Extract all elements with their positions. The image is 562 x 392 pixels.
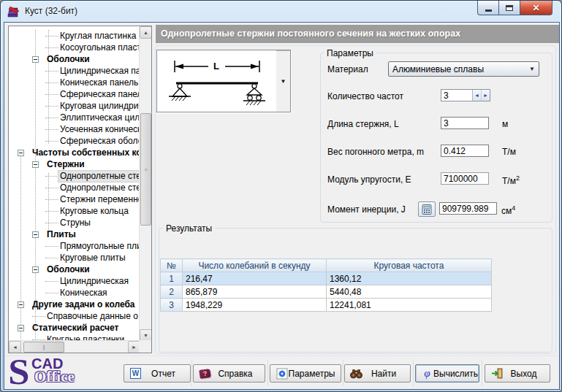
calculator-button[interactable]: [418, 201, 436, 217]
table-row[interactable]: 31948,22912241,081: [161, 299, 492, 312]
collapse-minus-icon[interactable]: [18, 301, 24, 308]
tree-item[interactable]: Стержни переменног: [9, 193, 139, 205]
tree-item[interactable]: Сферическая панель: [9, 88, 139, 100]
tree-item[interactable]: Усеченная коническа: [9, 123, 139, 135]
tree-item-label: Круговые кольца: [58, 206, 130, 217]
maximize-button[interactable]: [499, 1, 520, 15]
table-cell: 865,879: [183, 285, 327, 299]
tree-item[interactable]: Сферическая оболочк: [9, 135, 139, 147]
collapse-minus-icon[interactable]: [18, 150, 24, 156]
tree-item[interactable]: Цилиндрическая: [9, 275, 139, 287]
tree-item[interactable]: Круглая пластинка: [9, 30, 139, 42]
tree-connector: [45, 223, 58, 223]
tree-item[interactable]: Коническая: [9, 287, 139, 299]
table-column-header[interactable]: №: [161, 259, 183, 272]
tree-item[interactable]: Плиты: [9, 228, 139, 240]
find-button[interactable]: Найти: [344, 364, 411, 383]
table-row[interactable]: 2865,8795440,48: [161, 285, 492, 299]
page-title: Однопролетные стержни постоянного сечени…: [156, 25, 559, 43]
tree-item[interactable]: Стержни: [9, 158, 139, 170]
parameter-label: Длина стержня, L: [327, 119, 399, 129]
tree-item-label: Коническая панель: [58, 77, 139, 88]
tree-item-label: Прямоугольные плит: [58, 241, 139, 252]
collapse-minus-icon[interactable]: [32, 266, 39, 273]
collapse-minus-icon[interactable]: [18, 325, 24, 331]
tree-item[interactable]: Другие задачи о колеба: [9, 299, 139, 310]
tree-item[interactable]: Оболочки: [9, 264, 139, 275]
tree-connector: [45, 106, 58, 107]
scrollbar-thumb[interactable]: ≡: [140, 113, 151, 226]
parameter-input[interactable]: 0.412: [441, 145, 489, 157]
collapse-minus-icon[interactable]: [32, 56, 39, 63]
tree-item[interactable]: Коническая панель: [9, 77, 139, 88]
tree-item-label: Стержни: [45, 159, 86, 170]
binoculars-icon: [350, 368, 362, 380]
tree-item[interactable]: Круговые кольца: [9, 205, 139, 217]
app-icon: [7, 5, 20, 18]
tree-item[interactable]: Однопролетные стерж: [9, 182, 139, 193]
scrollbar-corner: [139, 340, 151, 353]
report-button[interactable]: WОтчет: [124, 364, 191, 383]
close-button[interactable]: ✕: [520, 1, 552, 15]
tree-item[interactable]: Однопролетные стерж: [9, 170, 139, 182]
parameter-input[interactable]: 3: [441, 117, 489, 129]
parameter-unit: см4: [501, 204, 515, 216]
phi-compute-icon: φ: [421, 368, 433, 380]
minimize-button[interactable]: [477, 1, 499, 15]
help-button[interactable]: ?Справка: [193, 364, 265, 383]
tree-item-label: Круговая цилиндриче: [58, 101, 139, 112]
spinner-increment-button[interactable]: ►: [481, 90, 490, 101]
tree-vertical-scrollbar[interactable]: ▲ ≡ ▼: [139, 26, 151, 342]
table-header-row[interactable]: №Число колебаний в секундуКруговая часто…: [161, 259, 492, 272]
tree-item[interactable]: Косоугольная пласти: [9, 42, 139, 53]
scrollbar-thumb[interactable]: ∥: [23, 342, 64, 353]
frequency-count-spinner[interactable]: 3◄►: [441, 89, 490, 101]
button-label: Найти: [362, 369, 405, 379]
tree-item[interactable]: Эллиптическая цилин: [9, 112, 139, 123]
settings-button[interactable]: Параметры: [270, 364, 341, 383]
parameter-input[interactable]: 909799.989: [439, 202, 497, 215]
exit-button[interactable]: Выход: [485, 364, 550, 383]
collapse-minus-icon[interactable]: [32, 161, 39, 168]
tree-item[interactable]: Прямоугольные плит: [9, 240, 139, 252]
settings-gear-icon: [276, 368, 288, 380]
spinner-decrement-button[interactable]: ◄: [473, 90, 481, 101]
table-column-header[interactable]: Число колебаний в секунду: [183, 259, 327, 272]
tree-item[interactable]: Круговые плиты: [9, 252, 139, 264]
beam-diagram: L: [157, 50, 276, 112]
tree-horizontal-scrollbar[interactable]: ◄ ∥ ►: [9, 340, 140, 353]
table-row[interactable]: 1216,471360,12: [161, 272, 492, 285]
tree-item[interactable]: Круговая цилиндриче: [9, 100, 139, 112]
material-dropdown[interactable]: Алюминиевые сплавы ▼: [388, 61, 539, 77]
parameter-input[interactable]: 7100000: [441, 172, 489, 185]
tree-item[interactable]: Струны: [9, 217, 139, 228]
tree-item-label: Круговые плиты: [58, 253, 127, 264]
button-label: Вычислить: [433, 369, 478, 379]
tree-item-label: Сферическая оболочк: [58, 136, 139, 147]
collapse-minus-icon[interactable]: [32, 231, 39, 238]
tree-item[interactable]: Справочные данные о вн: [9, 310, 139, 322]
material-label: Материал: [327, 64, 368, 74]
scheme-picture-box[interactable]: L: [156, 50, 291, 112]
parameter-label: Количество частот: [327, 91, 403, 101]
tree-item-label: Струны: [58, 218, 92, 228]
help-book-icon: ?: [199, 368, 211, 380]
tree-item[interactable]: Круглые пластинки: [9, 334, 139, 340]
tree-connector: [45, 82, 58, 83]
scheme-selector[interactable]: ▼: [276, 50, 290, 112]
table-column-header[interactable]: Круговая частота: [327, 259, 492, 272]
title-bar[interactable]: Куст (32-бит) ✕: [1, 1, 561, 23]
tree-item[interactable]: Цилиндрическая пане: [9, 65, 139, 77]
row-number-cell: 2: [161, 285, 183, 299]
results-table[interactable]: №Число колебаний в секундуКруговая часто…: [160, 258, 492, 312]
button-label: Отчет: [142, 369, 185, 379]
tree-item-label: Косоугольная пласти: [58, 42, 139, 53]
tree-item[interactable]: Статический расчет: [9, 322, 139, 334]
button-label: Выход: [503, 369, 544, 379]
scroll-left-button[interactable]: ◄: [9, 341, 21, 353]
compute-button[interactable]: φВычислить: [415, 364, 479, 383]
tree-item[interactable]: Оболочки: [9, 53, 139, 65]
tree-item[interactable]: Частоты собственных ко: [9, 147, 139, 158]
results-group-label: Результаты: [163, 223, 215, 234]
scroll-up-button[interactable]: ▲: [140, 26, 152, 39]
